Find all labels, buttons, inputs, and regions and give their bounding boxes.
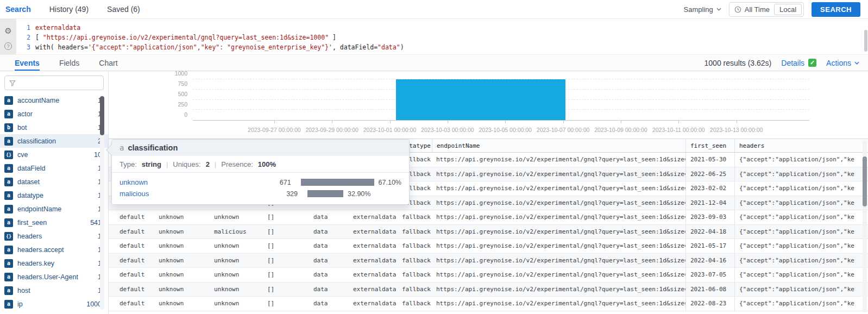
page-scrollbar-thumb[interactable] [864, 30, 867, 52]
field-row-classification[interactable]: aclassification2 [0, 134, 108, 148]
field-row-headers-key[interactable]: aheaders.key1 [0, 256, 108, 270]
x-tick-label: 2023-10-03 00:00:00 [421, 127, 474, 133]
query-editor[interactable]: ⚙ ? 1externaldata2[ "https://api.greynoi… [0, 19, 868, 55]
string-type-icon: a [4, 286, 13, 295]
table-row[interactable]: defaultunknownunknown[]dataexternaldataf… [109, 268, 868, 282]
x-tick-mark [505, 121, 506, 123]
cell-first-seen: 2021-06-08 [685, 282, 734, 297]
sampling-dropdown[interactable]: Sampling [684, 5, 721, 14]
field-row-datafield[interactable]: adataField1 [0, 161, 108, 175]
nav-item-saved-6-[interactable]: Saved (6) [107, 5, 140, 14]
separator: | [215, 160, 216, 168]
x-tick-mark [563, 121, 564, 123]
value-bar [307, 190, 343, 197]
cell-endpointname: https://api.greynoise.io/v2/experimental… [432, 210, 685, 224]
string-type-icon: a [4, 259, 13, 268]
value-link-malicious[interactable]: malicious [119, 190, 275, 198]
table-row[interactable]: defaultunknownmalicious[]dataexternaldat… [109, 225, 868, 240]
popup-value-histogram: unknown67167.10%malicious32932.90% [112, 173, 409, 204]
table-scrollbar-thumb[interactable] [863, 156, 867, 206]
results-bar-right: 1000 results (3.62s) Details ✓ Actions [705, 59, 868, 67]
field-row-headers[interactable]: {}headers1 [0, 229, 108, 243]
cell-first-seen: 2021-12-04 [685, 196, 734, 210]
top-bar: SearchHistory (49)Saved (6) Sampling All… [0, 0, 868, 19]
column-header-first-seen[interactable]: first_seen [685, 139, 734, 152]
field-filter-input[interactable] [19, 79, 99, 87]
local-timezone-button[interactable]: Local [774, 4, 802, 15]
x-tick-mark [678, 121, 679, 123]
x-tick-label: 2023-09-29 00:00:00 [305, 127, 358, 133]
search-button[interactable]: SEARCH [812, 2, 860, 17]
presence-label: Presence: [221, 160, 253, 168]
field-row-actor[interactable]: aactor1 [0, 107, 108, 121]
events-histogram: 02505007501000 2023-09-27 00:00:002023-0… [109, 71, 868, 139]
field-name: cve [17, 151, 90, 159]
tab-events[interactable]: Events [15, 55, 40, 71]
field-row-accountname[interactable]: aaccountName1 [0, 93, 108, 107]
field-row-datatype[interactable]: adatatype1 [0, 189, 108, 202]
type-value: string [142, 160, 161, 168]
field-row-first-seen[interactable]: afirst_seen541 [0, 216, 108, 229]
nav-item-search[interactable]: Search [5, 5, 31, 14]
value-count: 329 [275, 190, 298, 198]
query-code[interactable]: 1externaldata2[ "https://api.greynoise.i… [16, 19, 868, 54]
field-row-headers-user-agent[interactable]: aheaders.User-Agent1 [0, 270, 108, 284]
field-name: classification [17, 137, 93, 145]
string-type-icon: a [4, 110, 13, 118]
popup-field-name: classification [128, 143, 178, 152]
nav-item-history-49-[interactable]: History (49) [49, 5, 89, 14]
histogram-bar[interactable] [396, 79, 565, 120]
settings-gear-icon[interactable]: ⚙ [4, 27, 11, 35]
table-row[interactable]: defaultunknownunknown[]dataexternaldataf… [109, 210, 868, 225]
code-text: ) [400, 43, 404, 51]
histogram-plot[interactable] [193, 79, 809, 121]
table-row[interactable]: defaultunknownunknown[]dataexternaldataf… [109, 282, 868, 297]
details-toggle[interactable]: Details ✓ [781, 59, 816, 67]
field-name: ip [17, 300, 82, 308]
y-axis-labels: 02505007501000 [109, 79, 187, 121]
field-row-dataset[interactable]: adataset1 [0, 175, 108, 189]
cell-first-seen: 2021-05-17 [685, 239, 734, 253]
help-icon[interactable]: ? [4, 42, 12, 50]
table-row[interactable]: defaultunknownunknown[]dataexternaldataf… [109, 297, 868, 311]
popup-meta: Type: string | Uniques: 2 | Presence: 10… [112, 156, 409, 173]
time-range-button[interactable]: All Time [734, 5, 770, 14]
x-tick-label: 2023-10-13 00:00:00 [710, 127, 763, 133]
tab-chart[interactable]: Chart [99, 55, 117, 71]
code-line-3[interactable]: 3with( headers='{"accept":"application/j… [16, 42, 868, 52]
table-row[interactable]: defaultunknownunknown[]dataexternaldataf… [109, 254, 868, 268]
cell-endpointname: https://api.greynoise.io/v2/experimental… [432, 153, 685, 167]
code-text: , dataField= [332, 43, 378, 51]
string-type-icon: a [4, 178, 13, 186]
x-tick-mark [621, 121, 621, 123]
table-row[interactable]: defaultunknownunknown[]dataexternaldataf… [109, 239, 868, 254]
cell-accountname: default [115, 225, 154, 239]
tab-fields[interactable]: Fields [59, 55, 79, 71]
field-row-host[interactable]: ahost1 [0, 284, 108, 297]
field-row-headers-accept[interactable]: aheaders.accept1 [0, 243, 108, 256]
cell-datatype: fallback [398, 239, 432, 253]
field-name: accountName [17, 97, 93, 104]
field-row-bot[interactable]: bbot1 [0, 121, 108, 134]
sidebar-scrollbar-thumb[interactable] [100, 96, 104, 135]
cell-first-seen: 2022-04-18 [685, 225, 734, 239]
field-row-ip[interactable]: aip1000 [0, 297, 108, 311]
value-link-unknown[interactable]: unknown [119, 178, 269, 186]
actions-dropdown[interactable]: Actions [826, 59, 859, 67]
code-line-1[interactable]: 1externaldata [16, 23, 868, 33]
column-header-endpointname[interactable]: endpointName [432, 139, 685, 152]
cell-first-seen: 2022-06-25 [685, 167, 734, 181]
view-tabs: EventsFieldsChart [0, 55, 118, 71]
details-checkbox-icon[interactable]: ✓ [808, 59, 816, 67]
sampling-label: Sampling [684, 5, 713, 14]
field-name: dataField [17, 165, 93, 172]
field-row-cve[interactable]: {}cve10 [0, 148, 108, 161]
cell-dataset: externaldata [349, 254, 398, 268]
column-header-headers[interactable]: headers [734, 139, 868, 152]
cell-headers: {"accept":"application/json","ke [734, 167, 868, 181]
field-row-endpointname[interactable]: aendpointName1 [0, 202, 108, 216]
cell-datatype: fallback [398, 225, 432, 239]
x-tick-mark [332, 121, 332, 123]
code-line-2[interactable]: 2[ "https://api.greynoise.io/v2/experime… [16, 33, 868, 42]
value-percent: 32.90% [348, 190, 370, 198]
